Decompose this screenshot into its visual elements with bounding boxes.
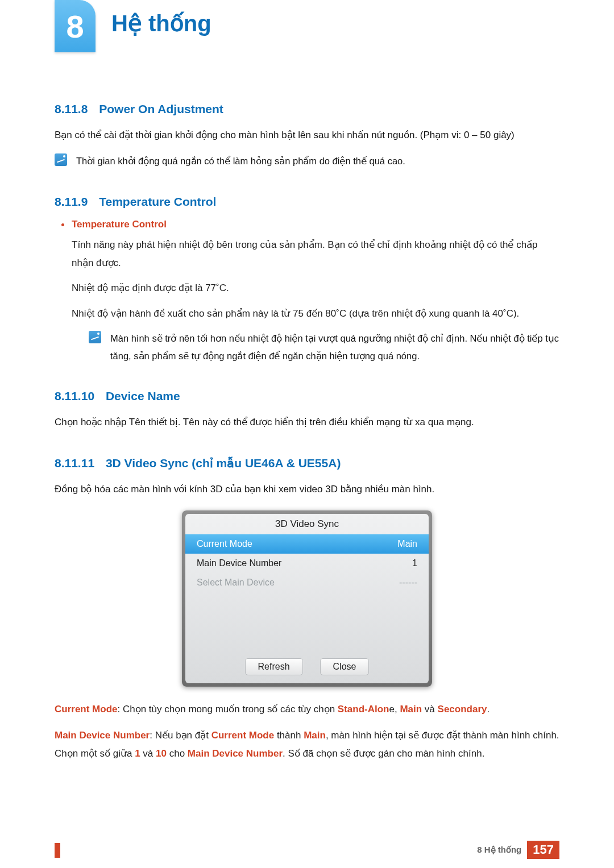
dialog-screenshot-wrap: 3D Video Sync Current Mode Main Main Dev… <box>55 510 559 687</box>
note: Thời gian khởi động quá ngắn có thể làm … <box>55 152 559 170</box>
term-main-device-number: Main Device Number <box>55 730 150 741</box>
note-text: Thời gian khởi động quá ngắn có thể làm … <box>76 152 405 170</box>
section-number: 8.11.8 <box>55 102 88 115</box>
dialog-row-value: ------ <box>399 578 417 588</box>
dialog-row-main-device-number[interactable]: Main Device Number 1 <box>185 554 429 573</box>
note-icon <box>89 331 101 343</box>
close-button[interactable]: Close <box>320 658 370 675</box>
dialog-row-label: Main Device Number <box>197 558 281 568</box>
section-title: 3D Video Sync (chỉ mẫu UE46A & UE55A) <box>106 456 341 470</box>
section-number: 8.11.10 <box>55 389 94 402</box>
note-icon <box>55 153 67 166</box>
paragraph: Nhiệt độ mặc định được đặt là 77˚C. <box>72 279 559 297</box>
paragraph: Tính năng này phát hiện nhiệt độ bên tro… <box>72 236 559 273</box>
chapter-header: 8 Hệ thống <box>55 0 559 57</box>
section-number: 8.11.11 <box>55 456 94 470</box>
section-heading-temperature: 8.11.9 Temperature Control <box>55 195 559 209</box>
bullet-block: Temperature Control Tính năng này phát h… <box>55 219 559 364</box>
chapter-number: 8 <box>66 8 84 45</box>
dialog-row-label: Select Main Device <box>197 578 275 588</box>
description-main-device-number: Main Device Number: Nếu bạn đặt Current … <box>55 726 559 763</box>
section-title: Temperature Control <box>99 195 216 208</box>
description-current-mode: Current Mode: Chọn tùy chọn mong muốn tr… <box>55 700 559 719</box>
section-title: Power On Adjustment <box>99 102 223 115</box>
term-current-mode: Current Mode <box>55 704 118 715</box>
opt-main: Main <box>400 704 422 715</box>
dialog-footer: Refresh Close <box>185 655 429 683</box>
paragraph: Bạn có thể cài đặt thời gian khởi động c… <box>55 126 559 144</box>
dialog-3d-video-sync: 3D Video Sync Current Mode Main Main Dev… <box>182 510 432 687</box>
section-heading-3d-video-sync: 8.11.11 3D Video Sync (chỉ mẫu UE46A & U… <box>55 456 559 470</box>
dialog-row-current-mode[interactable]: Current Mode Main <box>185 534 429 554</box>
chapter-number-tab: 8 <box>55 0 96 52</box>
paragraph: Nhiệt độ vận hành đề xuất cho sản phẩm n… <box>72 305 559 323</box>
section-number: 8.11.9 <box>55 195 88 208</box>
dialog-spacer <box>185 592 429 655</box>
paragraph: Đồng bộ hóa các màn hình với kính 3D của… <box>55 480 559 499</box>
footer-right: 8 Hệ thống 157 <box>477 841 559 859</box>
dialog-row-value: 1 <box>412 558 417 568</box>
bullet-title: Temperature Control <box>72 219 559 230</box>
section-heading-device-name: 8.11.10 Device Name <box>55 389 559 403</box>
note-text: Màn hình sẽ trở nên tối hơn nếu nhiệt độ… <box>110 330 559 364</box>
dialog-row-select-main-device: Select Main Device ------ <box>185 573 429 592</box>
footer-section-label: 8 Hệ thống <box>477 845 521 855</box>
paragraph: Chọn hoặc nhập Tên thiết bị. Tên này có … <box>55 413 559 431</box>
note: Màn hình sẽ trở nên tối hơn nếu nhiệt độ… <box>72 330 559 364</box>
section-title: Device Name <box>106 389 180 402</box>
chapter-title: Hệ thống <box>111 10 211 36</box>
footer-accent-bar <box>55 843 60 858</box>
opt-secondary: Secondary <box>438 704 487 715</box>
dialog-title: 3D Video Sync <box>185 514 429 534</box>
dialog-row-value: Main <box>397 539 417 549</box>
opt-stand-alone: Stand-Alon <box>338 704 389 715</box>
section-heading-power-on: 8.11.8 Power On Adjustment <box>55 102 559 116</box>
refresh-button[interactable]: Refresh <box>245 658 303 675</box>
page-number: 157 <box>527 841 559 859</box>
page-footer: 8 Hệ thống 157 <box>0 838 614 868</box>
dialog-row-label: Current Mode <box>197 539 252 549</box>
